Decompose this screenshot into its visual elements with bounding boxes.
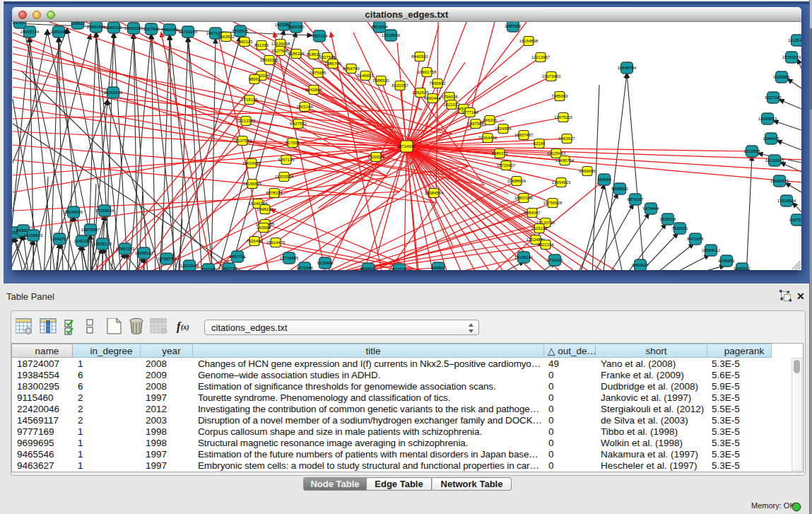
svg-text:946562: 946562 xyxy=(431,266,446,270)
svg-text:13716485: 13716485 xyxy=(280,256,299,260)
svg-text:1588520: 1588520 xyxy=(372,78,389,83)
svg-text:7485063: 7485063 xyxy=(551,94,568,98)
svg-text:9245012: 9245012 xyxy=(734,267,751,270)
svg-text:1615132: 1615132 xyxy=(531,226,548,230)
svg-text:1167534: 1167534 xyxy=(789,218,801,222)
svg-text:8990444: 8990444 xyxy=(424,96,441,100)
svg-text:9699611: 9699611 xyxy=(360,267,377,270)
svg-text:2522154: 2522154 xyxy=(537,243,554,247)
svg-text:8427552: 8427552 xyxy=(290,122,307,126)
svg-text:7986372: 7986372 xyxy=(491,151,508,156)
svg-text:10543382: 10543382 xyxy=(260,58,279,62)
svg-text:10653267: 10653267 xyxy=(124,26,143,30)
svg-text:10025453: 10025453 xyxy=(547,151,566,156)
svg-text:3267130: 3267130 xyxy=(278,158,295,162)
svg-text:12093853: 12093853 xyxy=(758,117,777,121)
svg-text:7955812: 7955812 xyxy=(429,81,446,86)
svg-text:8186323: 8186323 xyxy=(288,52,305,56)
svg-text:8471676: 8471676 xyxy=(687,237,704,241)
svg-text:11353594: 11353594 xyxy=(275,175,294,179)
svg-text:2935114: 2935114 xyxy=(660,217,677,221)
svg-text:12505135: 12505135 xyxy=(93,242,112,246)
svg-text:12923468: 12923468 xyxy=(180,264,199,268)
svg-text:5875685: 5875685 xyxy=(310,71,326,75)
svg-text:6879197: 6879197 xyxy=(627,197,644,201)
svg-text:7632621: 7632621 xyxy=(671,226,688,230)
svg-text:16961758: 16961758 xyxy=(418,70,437,74)
svg-text:7515526: 7515526 xyxy=(232,29,249,33)
svg-text:12975115: 12975115 xyxy=(554,115,573,119)
svg-text:817006: 817006 xyxy=(286,141,300,145)
svg-text:10973493: 10973493 xyxy=(542,74,561,78)
svg-text:9699695: 9699695 xyxy=(579,169,596,173)
svg-text:62160: 62160 xyxy=(534,141,546,146)
svg-text:3215958: 3215958 xyxy=(743,149,760,153)
svg-text:8938923: 8938923 xyxy=(611,187,628,191)
svg-text:10648784: 10648784 xyxy=(618,66,637,70)
svg-text:18720407: 18720407 xyxy=(497,163,516,168)
svg-text:9463627: 9463627 xyxy=(558,136,575,141)
svg-text:7357224: 7357224 xyxy=(311,34,328,38)
svg-text:14136141: 14136141 xyxy=(514,255,534,259)
svg-text:9457791: 9457791 xyxy=(229,255,246,259)
svg-text:17957253: 17957253 xyxy=(116,247,135,251)
svg-text:1065326: 1065326 xyxy=(105,25,122,30)
svg-text:8454749: 8454749 xyxy=(343,66,360,71)
svg-text:19756928: 19756928 xyxy=(543,201,563,205)
svg-text:1527602: 1527602 xyxy=(143,27,160,31)
svg-text:9245652: 9245652 xyxy=(718,259,735,263)
svg-text:1262615: 1262615 xyxy=(412,90,429,95)
svg-text:19166825: 19166825 xyxy=(243,182,262,186)
svg-text:977716: 977716 xyxy=(392,267,407,270)
svg-text:12156829: 12156829 xyxy=(24,233,43,238)
svg-text:16210643: 16210643 xyxy=(765,158,784,163)
svg-text:9242848: 9242848 xyxy=(305,88,322,92)
svg-text:9777169: 9777169 xyxy=(461,110,478,115)
svg-text:18724007: 18724007 xyxy=(397,144,416,148)
svg-text:21364436: 21364436 xyxy=(478,136,498,140)
svg-text:1292346: 1292346 xyxy=(200,267,217,270)
svg-text:1498222: 1498222 xyxy=(257,207,273,211)
svg-text:13218506: 13218506 xyxy=(382,33,401,37)
svg-text:10654112: 10654112 xyxy=(702,248,721,252)
svg-text:15751074: 15751074 xyxy=(782,55,801,59)
svg-text:8440910: 8440910 xyxy=(411,54,428,59)
svg-text:13226058: 13226058 xyxy=(271,42,290,46)
svg-text:16107542: 16107542 xyxy=(233,139,252,143)
svg-text:9327508: 9327508 xyxy=(271,49,288,53)
svg-text:1824554: 1824554 xyxy=(495,127,512,131)
svg-text:98961: 98961 xyxy=(249,77,261,81)
svg-text:10719155: 10719155 xyxy=(179,30,198,34)
svg-text:7625402: 7625402 xyxy=(246,239,263,243)
svg-text:16782759: 16782759 xyxy=(158,257,177,261)
svg-text:1603380: 1603380 xyxy=(288,25,305,29)
svg-text:9457791: 9457791 xyxy=(220,267,237,270)
svg-text:19654985: 19654985 xyxy=(242,161,261,165)
svg-text:2986760: 2986760 xyxy=(324,62,341,66)
svg-text:6466160: 6466160 xyxy=(161,28,178,32)
svg-text:(x): (x) xyxy=(181,323,189,332)
svg-text:19975887: 19975887 xyxy=(81,228,100,232)
svg-text:16154808: 16154808 xyxy=(519,39,539,43)
svg-text:19384554: 19384554 xyxy=(425,191,444,195)
svg-text:8220357: 8220357 xyxy=(392,83,408,88)
svg-text:16914479: 16914479 xyxy=(266,240,286,245)
svg-text:15692971: 15692971 xyxy=(770,179,789,183)
svg-text:8960125: 8960125 xyxy=(236,40,253,44)
svg-text:11125419: 11125419 xyxy=(788,38,801,42)
svg-text:9227343: 9227343 xyxy=(765,95,782,100)
svg-text:8878334: 8878334 xyxy=(266,191,283,195)
svg-text:12213382: 12213382 xyxy=(237,119,256,123)
svg-text:10807487: 10807487 xyxy=(514,133,534,137)
svg-text:2718126: 2718126 xyxy=(241,98,258,102)
svg-text:9115460: 9115460 xyxy=(317,261,334,265)
svg-text:2069140: 2069140 xyxy=(50,30,67,34)
svg-text:17359924: 17359924 xyxy=(95,209,114,213)
svg-text:24055724: 24055724 xyxy=(20,30,40,34)
svg-text:13654923: 13654923 xyxy=(552,180,571,185)
svg-text:13495754: 13495754 xyxy=(555,158,575,163)
svg-text:6794028: 6794028 xyxy=(441,95,458,99)
svg-text:106532: 106532 xyxy=(71,22,86,25)
svg-text:17016504: 17016504 xyxy=(777,199,796,203)
svg-text:2803144: 2803144 xyxy=(296,105,313,109)
